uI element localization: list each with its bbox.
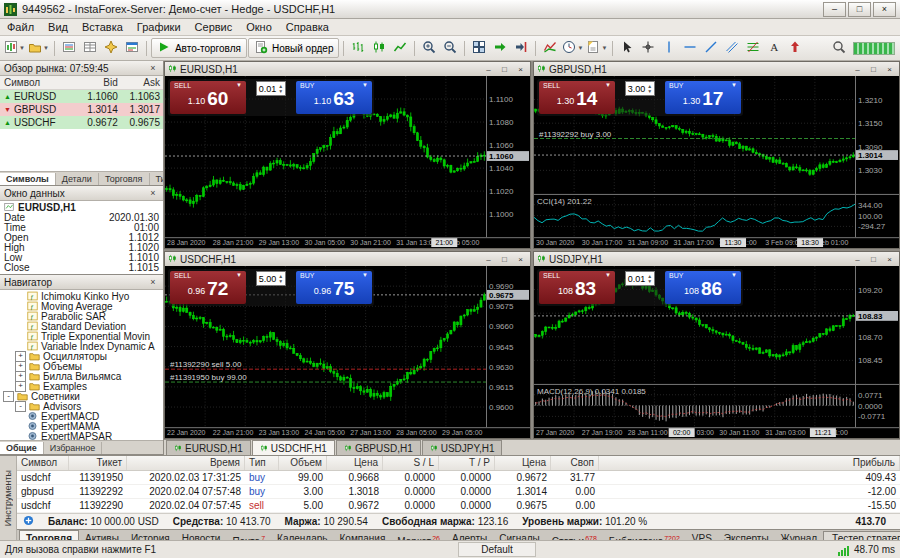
navigator-item-Объемы[interactable]: +Объемы	[0, 361, 163, 371]
chart-titlebar-USDCHF[interactable]: USDCHF,H1–□×	[165, 252, 530, 266]
buy-button-USDJPY[interactable]: BUY▼10886	[665, 271, 741, 304]
lot-size-input-GBPUSD[interactable]: 3.00▲▼	[625, 81, 655, 96]
navigator-item-ExpertMAMA[interactable]: ExpertMAMA	[0, 421, 163, 431]
chart-tab-USDJPY,H1[interactable]: USDJPY,H1	[422, 440, 503, 455]
chart-titlebar-EURUSD[interactable]: EURUSD,H1–□×	[165, 62, 530, 76]
chart-shift-button[interactable]	[511, 38, 531, 58]
navigator-item-Билла-Вильямса[interactable]: +Билла Вильямса	[0, 371, 163, 381]
terminal-order-row[interactable]: gbpusd113922922020.02.04 07:57:48buy3.00…	[17, 485, 900, 499]
crosshair-button[interactable]	[638, 38, 658, 58]
lot-size-input-EURUSD[interactable]: 0.01▲▼	[256, 81, 286, 96]
chart-close-button[interactable]: ×	[514, 65, 527, 74]
terminal-column-2[interactable]: Время	[127, 456, 245, 470]
terminal-column-1[interactable]: Тикет	[69, 456, 127, 470]
zoom-out-button[interactable]	[440, 38, 460, 58]
data-window-button[interactable]	[80, 38, 100, 58]
tile-windows-button[interactable]	[469, 38, 489, 58]
sell-button-USDCHF[interactable]: SELL▼0.9672	[170, 271, 246, 304]
buy-button-GBPUSD[interactable]: BUY▼1.3017	[665, 81, 741, 114]
chart-minimize-button[interactable]: –	[482, 255, 495, 264]
status-profile[interactable]: Default	[458, 542, 536, 557]
terminal-order-row[interactable]: usdchf113922902020.02.04 07:57:45sell5.0…	[17, 499, 900, 513]
bars-button[interactable]	[348, 38, 368, 58]
data-window-close-icon[interactable]: ×	[147, 188, 159, 198]
market-watch-row-USDCHF[interactable]: ▲USDCHF0.96720.9675	[0, 116, 163, 129]
lot-spinner[interactable]: ▲▼	[278, 274, 283, 284]
autotrade-button[interactable]: Авто-торговля	[151, 38, 247, 58]
market-watch-close-icon[interactable]: ×	[147, 63, 159, 73]
sell-button-GBPUSD[interactable]: SELL▼1.3014	[539, 81, 615, 114]
collapse-icon[interactable]: -	[3, 391, 14, 402]
terminal-column-10[interactable]: Прибыль	[599, 456, 900, 470]
chart-tab-USDCHF,H1[interactable]: USDCHF,H1	[252, 440, 335, 455]
menu-item-Вид[interactable]: Вид	[41, 19, 75, 35]
market-watch-tab-Торговля[interactable]: Торговля	[99, 173, 150, 185]
chart-minimize-button[interactable]: –	[851, 255, 864, 264]
sell-button-USDJPY[interactable]: SELL▼10883	[539, 271, 615, 304]
fibonacci-button[interactable]	[743, 38, 763, 58]
collapse-icon[interactable]: -	[15, 401, 26, 412]
navigator-tab-Общие[interactable]: Общие	[0, 442, 44, 454]
terminal-column-4[interactable]: Объем	[279, 456, 327, 470]
navigator-item-ExpertMACD[interactable]: ExpertMACD	[0, 411, 163, 421]
chart-titlebar-USDJPY[interactable]: USDJPY,H1–□×	[534, 252, 899, 266]
buy-button-EURUSD[interactable]: BUY▼1.1063	[296, 81, 372, 114]
navigator-item-Examples[interactable]: +Examples	[0, 381, 163, 391]
connection-status[interactable]: 48.70 ms	[838, 543, 895, 556]
candles-button[interactable]	[369, 38, 389, 58]
menu-item-Справка[interactable]: Справка	[279, 19, 336, 35]
indicators-button[interactable]	[540, 38, 560, 58]
chart-minimize-button[interactable]: –	[851, 65, 864, 74]
vline-button[interactable]	[659, 38, 679, 58]
navigator-item-Ichimoku-Kinko-Hyo[interactable]: ƒIchimoku Kinko Hyo	[0, 291, 163, 301]
navigator-item-Variable-Index-Dynamic-A[interactable]: ƒVariable Index Dynamic A	[0, 341, 163, 351]
cursor-button[interactable]	[617, 38, 637, 58]
navigator-item-Осцилляторы[interactable]: +Осцилляторы	[0, 351, 163, 361]
lot-spinner[interactable]: ▲▼	[278, 84, 283, 94]
terminal-column-0[interactable]: Символ	[17, 456, 69, 470]
hline-button[interactable]	[680, 38, 700, 58]
lot-size-input-USDJPY[interactable]: 0.01▲▼	[625, 271, 655, 286]
data-window-header[interactable]: Окно данных ×	[0, 186, 163, 201]
navigator-item-Standard-Deviation[interactable]: ƒStandard Deviation	[0, 321, 163, 331]
channel-button[interactable]	[722, 38, 742, 58]
menu-item-Графики[interactable]: Графики	[130, 19, 188, 35]
chart-close-button[interactable]: ×	[883, 255, 896, 264]
zoom-in-button[interactable]	[419, 38, 439, 58]
profiles-button[interactable]: ▼	[27, 38, 50, 58]
menu-item-Файл[interactable]: Файл	[0, 19, 41, 35]
terminal-button[interactable]	[122, 38, 142, 58]
chart-tab-EURUSD,H1[interactable]: EURUSD,H1	[166, 440, 251, 455]
menu-item-Сервис[interactable]: Сервис	[188, 19, 240, 35]
menu-item-Окно[interactable]: Окно	[239, 19, 279, 35]
window-close-button[interactable]: ×	[873, 2, 896, 17]
navigator-item-Triple-Exponential-Movin[interactable]: ƒTriple Exponential Movin	[0, 331, 163, 341]
market-watch-tab-Символы[interactable]: Символы	[0, 173, 56, 185]
search-button[interactable]	[829, 38, 849, 58]
navigator-header[interactable]: Навигатор ×	[0, 275, 163, 290]
window-maximize-button[interactable]: □	[848, 2, 871, 17]
trendline-button[interactable]	[701, 38, 721, 58]
chart-close-button[interactable]: ×	[514, 255, 527, 264]
terminal-column-9[interactable]: Своп	[551, 456, 599, 470]
chart-minimize-button[interactable]: –	[482, 65, 495, 74]
lot-spinner[interactable]: ▲▼	[647, 274, 652, 284]
terminal-column-3[interactable]: Тип	[245, 456, 279, 470]
market-watch-row-EURUSD[interactable]: ▲EURUSD1.10601.1063	[0, 90, 163, 103]
lot-size-input-USDCHF[interactable]: 5.00▲▼	[256, 271, 286, 286]
auto-scroll-button[interactable]	[490, 38, 510, 58]
navigator-item-Parabolic-SAR[interactable]: ƒParabolic SAR	[0, 311, 163, 321]
chart-titlebar-GBPUSD[interactable]: GBPUSD,H1–□×	[534, 62, 899, 76]
chart-tab-GBPUSD,H1[interactable]: GBPUSD,H1	[336, 440, 421, 455]
market-watch-tab-Тик[interactable]: Тик	[150, 173, 164, 185]
terminal-column-6[interactable]: S / L	[383, 456, 439, 470]
terminal-column-5[interactable]: Цена	[327, 456, 383, 470]
chart-restore-button[interactable]: □	[867, 65, 880, 74]
chart-restore-button[interactable]: □	[498, 255, 511, 264]
market-watch-tab-Детали[interactable]: Детали	[56, 173, 99, 185]
line-chart-button[interactable]	[390, 38, 410, 58]
lot-spinner[interactable]: ▲▼	[647, 84, 652, 94]
navigator-close-icon[interactable]: ×	[147, 277, 159, 287]
menu-item-Вставка[interactable]: Вставка	[75, 19, 130, 35]
terminal-order-row[interactable]: usdchf113919502020.02.03 17:31:25buy99.0…	[17, 471, 900, 485]
